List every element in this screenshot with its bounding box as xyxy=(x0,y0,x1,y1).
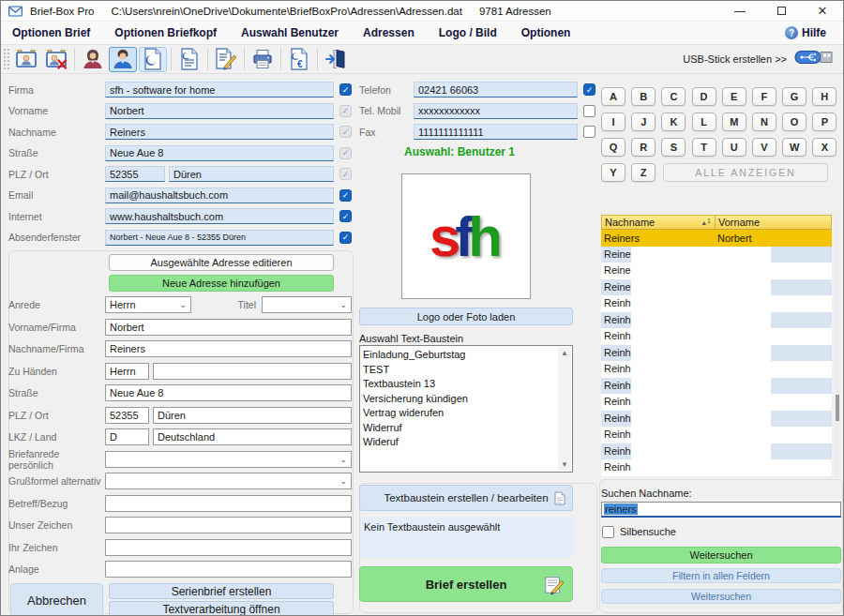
letter-filter-button[interactable]: U xyxy=(722,138,746,157)
phone-field[interactable]: xxxxxxxxxxxx xyxy=(414,103,578,119)
letter-filter-button[interactable]: X xyxy=(812,138,836,157)
print-icon[interactable] xyxy=(249,47,277,72)
letter-filter-button[interactable]: G xyxy=(782,87,806,106)
textbaustein-listbox[interactable]: Einladung_GeburtstagTESTTextbaustein 13V… xyxy=(359,345,573,473)
plz-field[interactable]: 52355 xyxy=(105,166,165,182)
briefanrede-select[interactable]: ⌄ xyxy=(105,451,352,468)
ort-edit-field[interactable]: Düren xyxy=(153,407,352,424)
textbaustein-item[interactable]: Einladung_Geburtstag xyxy=(363,348,557,363)
listbox-scrollbar[interactable]: ▲ ▼ xyxy=(558,347,571,471)
scroll-up-icon[interactable]: ▲ xyxy=(561,349,568,357)
column-header-nachname[interactable]: Nachname ▲1 xyxy=(602,216,715,229)
nachname-field[interactable]: Reiners xyxy=(105,124,334,140)
letter-filter-button[interactable]: K xyxy=(661,113,686,131)
letter-filter-button[interactable]: O xyxy=(782,113,806,131)
edit-document-icon[interactable] xyxy=(212,47,240,72)
letter-filter-button[interactable]: I xyxy=(601,113,625,131)
land-field[interactable]: Deutschland xyxy=(153,428,352,445)
absenderfenster-checkbox[interactable] xyxy=(339,232,352,244)
show-all-button[interactable]: ALLE ANZEIGEN xyxy=(663,163,828,182)
phone-field[interactable]: 02421 66063 xyxy=(414,82,578,98)
letter-filter-button[interactable]: V xyxy=(752,138,776,157)
menu-item[interactable]: Optionen Briefkopf xyxy=(114,26,217,39)
add-address-button[interactable]: Neue Adresse hinzufügen xyxy=(109,275,334,292)
textbaustein-item[interactable]: Widerruf xyxy=(363,421,557,436)
table-row[interactable]: Reine xyxy=(601,263,832,279)
table-row[interactable]: Reine xyxy=(601,279,832,296)
textverarbeitung-button[interactable]: Textverarbeitung öffnen xyxy=(109,601,334,616)
phone-checkbox[interactable] xyxy=(583,126,595,138)
table-row[interactable]: Reinh xyxy=(601,411,832,428)
usb-stick-icon[interactable] xyxy=(794,48,834,70)
letter-filter-button[interactable]: Y xyxy=(601,163,625,182)
titel-select[interactable]: ⌄ xyxy=(262,296,352,313)
usb-stick-label[interactable]: USB-Stick erstellen >> xyxy=(683,53,787,65)
textbaustein-edit-button[interactable]: Textbaustein erstellen / bearbeiten xyxy=(359,485,573,511)
plz-edit-field[interactable]: 52355 xyxy=(105,407,149,424)
zu-haenden-name-field[interactable] xyxy=(153,363,352,380)
silbensuche-checkbox[interactable] xyxy=(602,526,614,538)
letter-filter-button[interactable]: C xyxy=(661,87,686,106)
letter-filter-button[interactable]: P xyxy=(812,113,836,131)
table-row[interactable]: Reinh xyxy=(601,378,832,395)
zu-haenden-anrede-field[interactable]: Herrn xyxy=(105,363,149,380)
table-row[interactable]: Reinh xyxy=(601,459,832,476)
text-document-icon[interactable] xyxy=(175,47,203,72)
table-row[interactable]: Reinh xyxy=(601,443,832,460)
search-nachname-input[interactable]: reiners xyxy=(601,502,841,518)
serienbrief-button[interactable]: Serienbrief erstellen xyxy=(109,583,334,599)
letter-filter-button[interactable]: M xyxy=(722,113,746,131)
vorname-field[interactable]: Norbert xyxy=(105,103,334,119)
textbaustein-item[interactable]: TEST xyxy=(363,363,557,378)
table-row[interactable]: Reinh xyxy=(601,361,832,378)
table-row[interactable]: Reinh xyxy=(601,328,832,345)
brief-erstellen-button[interactable]: Brief erstellen xyxy=(359,566,573,602)
table-row[interactable]: Reine xyxy=(601,247,832,263)
delete-contact-icon[interactable] xyxy=(42,47,70,72)
textbaustein-item[interactable]: Versicherung kündigen xyxy=(363,392,557,407)
add-contact-icon[interactable] xyxy=(12,47,40,72)
male-user-icon[interactable] xyxy=(109,47,137,72)
weitersuchen-button-2[interactable]: Weitersuchen xyxy=(601,589,841,604)
strasse-edit-field[interactable]: Neue Aue 8 xyxy=(105,384,352,401)
phone-checkbox[interactable] xyxy=(583,83,595,96)
female-user-icon[interactable] xyxy=(79,47,107,72)
menu-item[interactable]: Optionen xyxy=(521,26,571,39)
firma-field[interactable]: sfh - software for home xyxy=(105,82,334,98)
letter-filter-button[interactable]: E xyxy=(722,87,746,106)
textbaustein-item[interactable]: Textbaustein 13 xyxy=(363,377,557,392)
letter-filter-button[interactable]: H xyxy=(812,87,836,106)
internet-field[interactable]: www.haushaltsbuch.com xyxy=(105,208,334,224)
menu-item[interactable]: Auswahl Benutzer xyxy=(241,26,339,39)
letter-filter-button[interactable]: L xyxy=(692,113,716,131)
exit-icon[interactable] xyxy=(322,47,350,72)
table-scrollbar[interactable] xyxy=(836,215,839,475)
letter-filter-button[interactable]: T xyxy=(692,138,716,157)
filtern-button[interactable]: Filtern in allen Feldern xyxy=(601,568,841,583)
letter-filter-button[interactable]: B xyxy=(631,87,656,106)
close-icon[interactable]: ✕ xyxy=(802,1,843,21)
textbaustein-item[interactable]: Wideruf xyxy=(363,435,557,450)
firma-checkbox[interactable] xyxy=(339,83,352,96)
table-row[interactable]: Reinh xyxy=(601,312,832,329)
new-letter-icon[interactable] xyxy=(139,47,167,72)
vorname-checkbox[interactable] xyxy=(339,105,352,117)
unser-zeichen-field[interactable] xyxy=(105,517,352,533)
menu-item[interactable]: Adressen xyxy=(363,26,414,39)
ihr-zeichen-field[interactable] xyxy=(105,539,352,556)
minimize-icon[interactable]: — xyxy=(719,1,761,21)
nachname-firma-field[interactable]: Reiners xyxy=(105,340,352,357)
ort-field[interactable]: Düren xyxy=(169,166,334,182)
letter-filter-button[interactable]: S xyxy=(661,138,686,157)
invoice-icon[interactable]: € xyxy=(285,47,313,72)
email-field[interactable]: mail@haushaltsbuch.com xyxy=(105,188,334,203)
textbaustein-item[interactable]: Vertrag widerufen xyxy=(363,406,557,421)
plzort-checkbox[interactable] xyxy=(339,168,352,180)
letter-filter-button[interactable]: N xyxy=(752,113,776,131)
lkz-field[interactable]: D xyxy=(105,428,149,445)
grussformel-select[interactable]: ⌄ xyxy=(105,473,352,489)
letter-filter-button[interactable]: A xyxy=(601,87,625,106)
table-row[interactable]: Reinh xyxy=(601,345,832,362)
maximize-icon[interactable] xyxy=(761,1,802,21)
betreff-field[interactable] xyxy=(105,495,352,512)
